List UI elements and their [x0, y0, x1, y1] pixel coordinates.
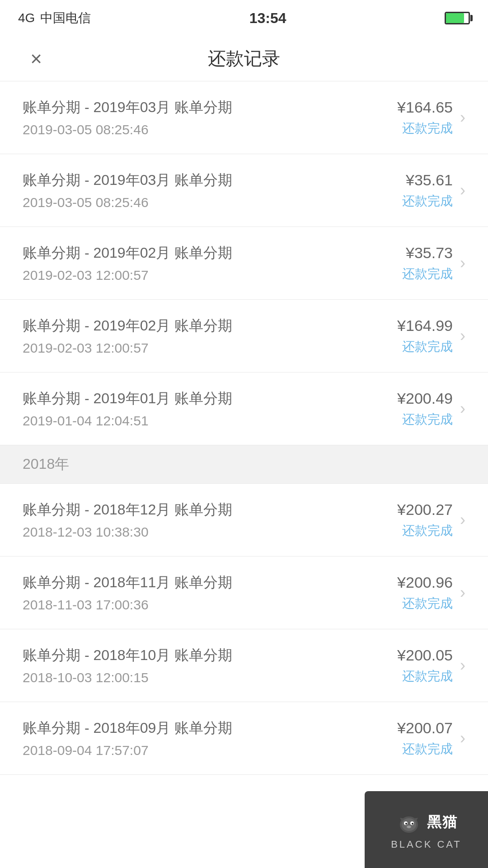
list-item-status: 还款完成: [402, 338, 453, 355]
list-item[interactable]: 账单分期 - 2019年02月 账单分期 2019-02-03 12:00:57…: [0, 227, 488, 300]
list-item-right: ¥35.61 还款完成: [402, 171, 453, 210]
list-item-right: ¥164.99 还款完成: [397, 317, 453, 355]
list-item-status: 还款完成: [402, 265, 453, 283]
status-bar-right: [445, 12, 470, 24]
list-item[interactable]: 账单分期 - 2018年09月 账单分期 2018-09-04 17:57:07…: [0, 702, 488, 775]
list-item-amount: ¥35.73: [406, 244, 453, 262]
list-item[interactable]: 账单分期 - 2018年12月 账单分期 2018-12-03 10:38:30…: [0, 484, 488, 557]
list-item[interactable]: 账单分期 - 2019年02月 账单分期 2019-02-03 12:00:57…: [0, 300, 488, 373]
header: × 还款记录: [0, 36, 488, 81]
list-item-left: 账单分期 - 2019年02月 账单分期 2019-02-03 12:00:57: [23, 243, 402, 283]
list-item-status: 还款完成: [402, 595, 453, 612]
close-button[interactable]: ×: [23, 45, 50, 72]
list-item-date: 2018-09-04 17:57:07: [23, 743, 397, 758]
list-item-date: 2018-12-03 10:38:30: [23, 524, 397, 540]
svg-point-7: [412, 823, 413, 825]
list-item-date: 2018-10-03 12:00:15: [23, 670, 397, 685]
list-item-date: 2019-03-05 08:25:46: [23, 122, 397, 137]
list-item-status: 还款完成: [402, 193, 453, 210]
signal-text: 4G: [18, 11, 35, 25]
list-item-right: ¥200.49 还款完成: [397, 390, 453, 428]
chevron-icon: ›: [460, 108, 465, 127]
list-item-left: 账单分期 - 2019年02月 账单分期 2019-02-03 12:00:57: [23, 316, 397, 356]
list-item-status: 还款完成: [402, 668, 453, 685]
list-item-title: 账单分期 - 2019年02月 账单分期: [23, 243, 402, 263]
list-item-right: ¥200.07 还款完成: [397, 719, 453, 758]
time-display: 13:54: [249, 10, 286, 27]
list-item-status: 还款完成: [402, 741, 453, 758]
chevron-icon: ›: [460, 326, 465, 345]
list-item-left: 账单分期 - 2018年11月 账单分期 2018-11-03 17:00:36: [23, 573, 397, 613]
list-item[interactable]: 账单分期 - 2019年03月 账单分期 2019-03-05 08:25:46…: [0, 154, 488, 227]
cat-icon: [395, 809, 422, 836]
list-item-title: 账单分期 - 2018年10月 账单分期: [23, 646, 397, 665]
brand-subtitle: BLACK CAT: [391, 839, 462, 850]
svg-point-3: [402, 818, 416, 831]
list-item-title: 账单分期 - 2019年03月 账单分期: [23, 98, 397, 118]
chevron-icon: ›: [460, 583, 465, 602]
list-item-left: 账单分期 - 2018年12月 账单分期 2018-12-03 10:38:30: [23, 500, 397, 540]
list-item-right: ¥200.27 还款完成: [397, 501, 453, 539]
battery-fill: [446, 13, 464, 23]
list-item[interactable]: 账单分期 - 2019年01月 账单分期 2019-01-04 12:04:51…: [0, 373, 488, 445]
list-item-amount: ¥200.07: [397, 719, 453, 737]
chevron-icon: ›: [460, 656, 465, 675]
list-item[interactable]: 账单分期 - 2019年03月 账单分期 2019-03-05 08:25:46…: [0, 81, 488, 154]
list-item-title: 账单分期 - 2018年12月 账单分期: [23, 500, 397, 520]
list-item-right: ¥200.96 还款完成: [397, 574, 453, 612]
list-item-date: 2019-03-05 08:25:46: [23, 195, 402, 210]
svg-point-8: [407, 826, 411, 828]
list-item[interactable]: 账单分期 - 2018年10月 账单分期 2018-10-03 12:00:15…: [0, 629, 488, 702]
list-item-left: 账单分期 - 2019年03月 账单分期 2019-03-05 08:25:46: [23, 170, 402, 210]
list-item[interactable]: 账单分期 - 2018年11月 账单分期 2018-11-03 17:00:36…: [0, 557, 488, 629]
list-item-right: ¥164.65 还款完成: [397, 99, 453, 137]
list-item-status: 还款完成: [402, 120, 453, 137]
chevron-icon: ›: [460, 254, 465, 273]
list-item-left: 账单分期 - 2019年01月 账单分期 2019-01-04 12:04:51: [23, 389, 397, 429]
list-container: 账单分期 - 2019年03月 账单分期 2019-03-05 08:25:46…: [0, 81, 488, 775]
carrier-text: 中国电信: [40, 9, 91, 27]
list-item-title: 账单分期 - 2019年03月 账单分期: [23, 170, 402, 190]
list-item-left: 账单分期 - 2019年03月 账单分期 2019-03-05 08:25:46: [23, 98, 397, 137]
list-item-right: ¥35.73 还款完成: [402, 244, 453, 283]
list-item-date: 2019-01-04 12:04:51: [23, 413, 397, 429]
section-year-1: 2018年: [0, 445, 488, 484]
status-bar: 4G 中国电信 13:54: [0, 0, 488, 36]
list-item-left: 账单分期 - 2018年09月 账单分期 2018-09-04 17:57:07: [23, 718, 397, 758]
list-item-amount: ¥200.49: [397, 390, 453, 407]
chevron-icon: ›: [460, 729, 465, 748]
list-item-title: 账单分期 - 2019年01月 账单分期: [23, 389, 397, 409]
list-item-status: 还款完成: [402, 522, 453, 539]
list-item-status: 还款完成: [402, 411, 453, 428]
black-cat-logo: 黑猫: [395, 809, 458, 836]
list-item-amount: ¥200.05: [397, 646, 453, 664]
list-item-amount: ¥35.61: [406, 171, 453, 189]
page-title: 还款记录: [208, 46, 280, 71]
brand-text: 黑猫: [427, 812, 458, 832]
svg-point-6: [405, 823, 407, 825]
chevron-icon: ›: [460, 399, 465, 418]
chevron-icon: ›: [460, 181, 465, 200]
list-item-amount: ¥164.99: [397, 317, 453, 335]
list-item-title: 账单分期 - 2018年09月 账单分期: [23, 718, 397, 738]
list-item-amount: ¥200.96: [397, 574, 453, 591]
black-cat-watermark: 黑猫 BLACK CAT: [365, 791, 488, 868]
list-item-amount: ¥164.65: [397, 99, 453, 116]
chevron-icon: ›: [460, 510, 465, 529]
list-item-left: 账单分期 - 2018年10月 账单分期 2018-10-03 12:00:15: [23, 646, 397, 685]
battery-icon: [445, 12, 470, 24]
list-item-right: ¥200.05 还款完成: [397, 646, 453, 685]
list-item-date: 2019-02-03 12:00:57: [23, 340, 397, 356]
list-item-title: 账单分期 - 2019年02月 账单分期: [23, 316, 397, 336]
status-bar-left: 4G 中国电信: [18, 9, 91, 27]
list-item-title: 账单分期 - 2018年11月 账单分期: [23, 573, 397, 593]
list-item-date: 2019-02-03 12:00:57: [23, 268, 402, 283]
list-item-amount: ¥200.27: [397, 501, 453, 519]
list-item-date: 2018-11-03 17:00:36: [23, 597, 397, 613]
